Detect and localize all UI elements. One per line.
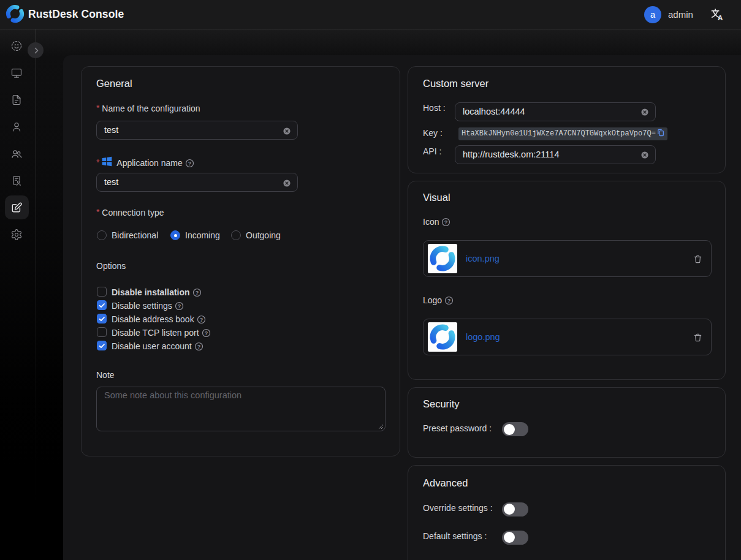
svg-text:A: A [718,14,723,21]
svg-text:?: ? [204,330,208,336]
svg-text:?: ? [447,297,451,303]
svg-text:?: ? [197,343,201,349]
svg-text:?: ? [195,289,199,295]
svg-text:?: ? [188,160,192,166]
svg-text:?: ? [444,219,448,225]
svg-text:?: ? [178,303,181,309]
svg-text:?: ? [199,316,203,322]
